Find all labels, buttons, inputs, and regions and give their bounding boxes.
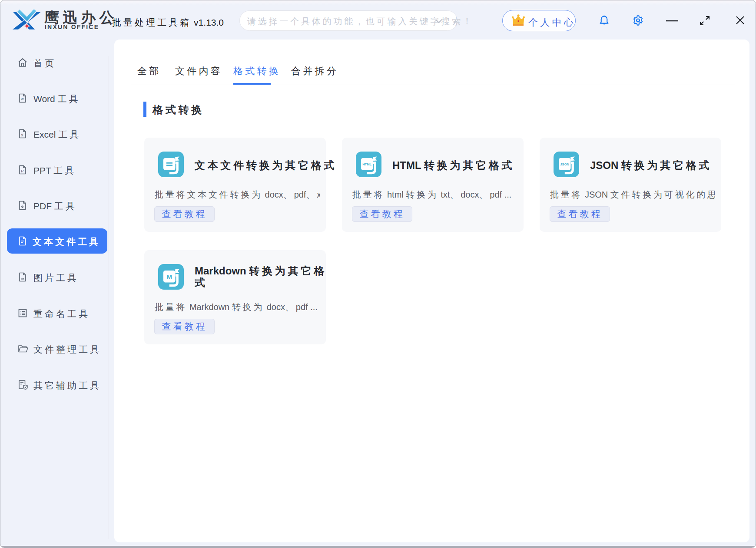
svg-text:w: w (20, 97, 24, 101)
svg-text:P: P (21, 168, 23, 173)
svg-text:M: M (166, 273, 172, 281)
svg-text:JSON: JSON (560, 162, 569, 166)
svg-text:x: x (21, 132, 23, 137)
svg-text:HTML: HTML (362, 162, 371, 166)
